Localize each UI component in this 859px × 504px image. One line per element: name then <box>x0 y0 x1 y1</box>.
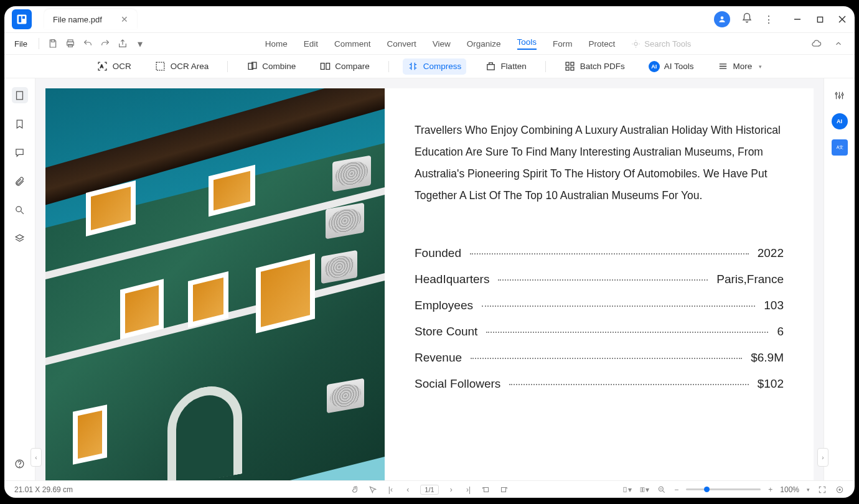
info-row: Founded2022 <box>415 246 784 260</box>
ocr-area-button[interactable]: OCR Area <box>150 58 214 75</box>
search-tools[interactable]: Search Tools <box>631 39 691 49</box>
search-panel-icon[interactable] <box>12 202 28 218</box>
chevron-down-icon: ▾ <box>759 63 762 70</box>
row-value: 103 <box>764 299 784 312</box>
undo-icon[interactable] <box>82 37 94 50</box>
thumbnail-panel-icon[interactable] <box>12 87 28 103</box>
svg-point-41 <box>842 93 843 95</box>
svg-text:A: A <box>100 64 103 69</box>
last-page-icon[interactable]: ›| <box>464 485 474 495</box>
prev-page-icon[interactable]: ‹ <box>403 485 413 495</box>
menu-convert[interactable]: Convert <box>387 39 416 49</box>
svg-point-52 <box>839 488 840 490</box>
zoom-dropdown-icon[interactable]: ▾ <box>807 487 810 493</box>
combine-button[interactable]: Combine <box>242 58 301 75</box>
print-icon[interactable] <box>64 37 77 50</box>
batch-button[interactable]: Batch PDFs <box>560 58 630 75</box>
menu-comment[interactable]: Comment <box>334 39 371 49</box>
info-row: Store Count6 <box>415 325 784 338</box>
svg-point-32 <box>16 206 21 212</box>
menu-home[interactable]: Home <box>265 39 288 49</box>
info-row: HeadIquartersParis,France <box>415 273 784 286</box>
menu-form[interactable]: Form <box>553 39 573 49</box>
attachment-panel-icon[interactable] <box>12 173 28 189</box>
compare-button[interactable]: Compare <box>314 58 375 75</box>
fit-icon[interactable] <box>835 485 845 495</box>
svg-rect-27 <box>571 67 574 70</box>
properties-icon[interactable] <box>832 87 848 103</box>
share-icon[interactable] <box>116 37 129 50</box>
minus-icon[interactable]: − <box>674 485 678 494</box>
svg-rect-24 <box>566 62 569 65</box>
maximize-icon[interactable] <box>815 14 825 24</box>
help-icon[interactable] <box>12 455 28 472</box>
zoom-slider[interactable] <box>686 488 761 490</box>
user-avatar[interactable] <box>714 11 730 27</box>
svg-rect-31 <box>17 91 23 100</box>
bookmark-panel-icon[interactable] <box>12 116 28 132</box>
menu-protect[interactable]: Protect <box>589 39 616 49</box>
next-page-icon[interactable]: › <box>446 485 456 495</box>
ai-icon: AI <box>649 61 660 72</box>
first-page-icon[interactable]: |‹ <box>385 485 395 495</box>
info-row: Employees103 <box>415 299 784 312</box>
menu-edit[interactable]: Edit <box>304 39 318 49</box>
svg-rect-11 <box>68 44 73 47</box>
dropdown-icon[interactable]: ▾ <box>134 37 146 50</box>
menu-view[interactable]: View <box>433 39 451 49</box>
layers-panel-icon[interactable] <box>12 230 28 246</box>
page-layout-icon[interactable]: ▾ <box>639 485 649 495</box>
svg-rect-21 <box>321 63 324 70</box>
page-dimensions: 21.01 X 29.69 cm <box>14 485 350 494</box>
ocr-button[interactable]: AOCR <box>92 58 136 75</box>
cloud-icon[interactable] <box>810 37 822 50</box>
row-label: HeadIquarters <box>415 273 489 286</box>
save-icon[interactable] <box>47 37 59 50</box>
svg-rect-8 <box>51 40 54 42</box>
select-tool-icon[interactable] <box>368 485 378 495</box>
minimize-icon[interactable] <box>792 14 802 24</box>
more-button[interactable]: More▾ <box>712 58 767 75</box>
svg-text:A文: A文 <box>836 145 843 149</box>
svg-rect-26 <box>566 67 569 70</box>
redo-icon[interactable] <box>99 37 111 50</box>
ai-tools-button[interactable]: AIAI Tools <box>644 58 699 75</box>
comment-panel-icon[interactable] <box>12 144 28 161</box>
menu-tools[interactable]: Tools <box>517 37 537 50</box>
document-image <box>45 88 385 480</box>
svg-point-35 <box>19 466 20 467</box>
document-page: Travellers Who Enjoy Combining A Luxury … <box>45 88 814 480</box>
fullscreen-icon[interactable] <box>817 485 827 495</box>
collapse-right-icon[interactable]: › <box>817 448 828 467</box>
svg-rect-44 <box>501 487 505 492</box>
compress-button[interactable]: Compress <box>403 58 467 75</box>
rotate-right-icon[interactable] <box>499 485 509 495</box>
page-indicator[interactable]: 1/1 <box>420 485 438 495</box>
row-value: $6.9M <box>751 351 784 365</box>
close-window-icon[interactable] <box>837 14 847 24</box>
tab-filename: File name.pdf <box>53 15 102 24</box>
flatten-button[interactable]: Flatten <box>480 58 531 75</box>
collapse-left-icon[interactable]: ‹ <box>31 448 42 467</box>
hand-tool-icon[interactable] <box>350 485 360 495</box>
translate-icon[interactable]: A文 <box>832 139 848 156</box>
file-tab[interactable]: File name.pdf ✕ <box>44 9 137 29</box>
row-value: 2022 <box>758 246 784 260</box>
ai-side-icon[interactable]: AI <box>832 113 848 129</box>
svg-rect-47 <box>643 487 645 492</box>
rotate-left-icon[interactable] <box>481 485 491 495</box>
svg-line-33 <box>21 211 24 213</box>
plus-icon[interactable]: + <box>768 485 772 494</box>
close-tab-icon[interactable]: ✕ <box>121 14 128 24</box>
svg-rect-25 <box>571 62 574 65</box>
zoom-out-icon[interactable] <box>657 485 667 495</box>
svg-rect-46 <box>641 487 642 492</box>
more-icon[interactable]: ⋮ <box>764 14 774 26</box>
svg-point-40 <box>838 96 840 98</box>
menu-organize[interactable]: Organize <box>467 39 501 49</box>
bell-icon[interactable] <box>741 12 753 26</box>
chevron-up-icon[interactable] <box>832 37 845 50</box>
info-row: Revenue$6.9M <box>415 351 784 365</box>
scroll-mode-icon[interactable]: ▾ <box>622 485 632 495</box>
file-menu[interactable]: File <box>14 39 27 49</box>
